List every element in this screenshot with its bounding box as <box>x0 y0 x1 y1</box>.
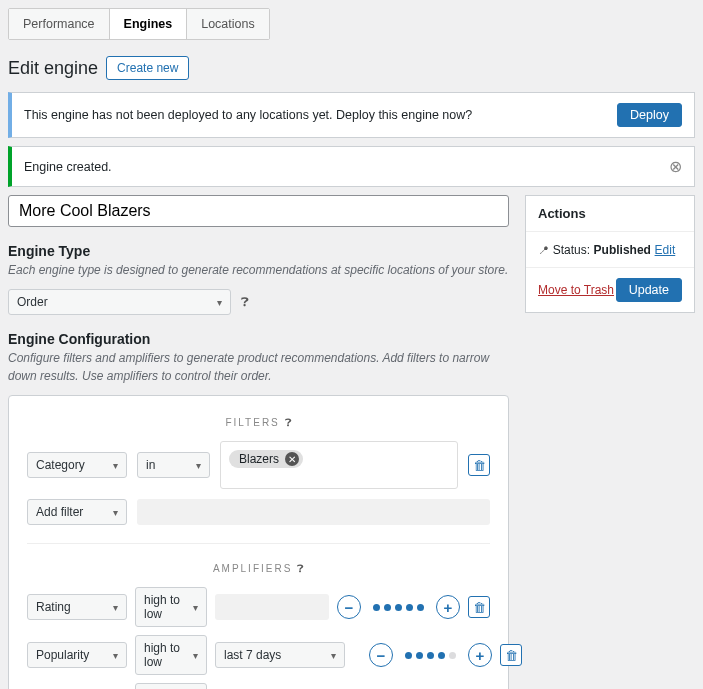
status-value: Published <box>594 243 651 257</box>
filter-value-box[interactable]: Blazers ✕ <box>220 441 458 489</box>
created-notice: Engine created. ⊗ <box>8 146 695 187</box>
weight-dot <box>405 652 412 659</box>
filter-placeholder <box>137 499 490 525</box>
amp-range-select[interactable]: last 7 days▾ <box>215 642 345 668</box>
weight-dot <box>427 652 434 659</box>
actions-box: Actions 📍︎ Status: Published Edit Move t… <box>525 195 695 313</box>
created-notice-text: Engine created. <box>24 160 112 174</box>
tab-performance[interactable]: Performance <box>9 9 110 39</box>
weight-dot <box>406 604 413 611</box>
status-label: Status: <box>553 243 590 257</box>
trash-icon: 🗑︎ <box>473 600 486 615</box>
engine-name-input[interactable] <box>8 195 509 227</box>
delete-amplifier-button[interactable]: 🗑︎ <box>468 596 490 618</box>
page-title: Edit engine <box>8 58 98 79</box>
decrease-weight-button[interactable]: − <box>337 595 361 619</box>
filter-token: Blazers ✕ <box>229 450 303 468</box>
amp-dir-select[interactable]: high to low▾ <box>135 587 207 627</box>
engine-type-select[interactable]: Order ▾ <box>8 289 231 315</box>
filter-attr-select[interactable]: Category▾ <box>27 452 127 478</box>
dismiss-icon[interactable]: ⊗ <box>669 157 682 176</box>
engine-type-heading: Engine Type <box>8 243 509 259</box>
increase-weight-button[interactable]: + <box>436 595 460 619</box>
amplifiers-header: AMPLIFIERS ❓︎ <box>27 562 490 575</box>
trash-icon: 🗑︎ <box>505 648 518 663</box>
weight-dot <box>416 652 423 659</box>
amplifier-row: Rating▾ high to low▾ − + 🗑︎ <box>27 587 490 627</box>
add-filter-select[interactable]: Add filter▾ <box>27 499 127 525</box>
chevron-down-icon: ▾ <box>193 650 198 661</box>
filter-op-select[interactable]: in▾ <box>137 452 210 478</box>
trash-icon: 🗑︎ <box>473 458 486 473</box>
amp-placeholder <box>353 642 361 668</box>
amplifier-row: Popularity▾ high to low▾ last 7 days▾ − … <box>27 635 490 675</box>
decrease-weight-button[interactable]: − <box>369 643 393 667</box>
config-panel: FILTERS ❓︎ Category▾ in▾ Blazers ✕ 🗑︎ <box>8 395 509 689</box>
tab-engines[interactable]: Engines <box>110 9 188 39</box>
help-icon[interactable]: ❓︎ <box>285 416 292 428</box>
engine-type-desc: Each engine type is designed to generate… <box>8 261 509 279</box>
filter-token-label: Blazers <box>239 452 279 466</box>
help-icon[interactable]: ❓︎ <box>241 294 249 310</box>
increase-weight-button[interactable]: + <box>468 643 492 667</box>
chevron-down-icon: ▾ <box>113 507 118 518</box>
weight-dot <box>417 604 424 611</box>
filters-header: FILTERS ❓︎ <box>27 416 490 429</box>
chevron-down-icon: ▾ <box>196 460 201 471</box>
engine-type-value: Order <box>17 295 48 309</box>
weight-dot <box>449 652 456 659</box>
amp-dir-select[interactable]: high to low▾ <box>135 635 207 675</box>
chevron-down-icon: ▾ <box>113 602 118 613</box>
amplifier-row: Freshness▾ new to old▾ − + 🗑︎ <box>27 683 490 689</box>
deploy-button[interactable]: Deploy <box>617 103 682 127</box>
tab-locations[interactable]: Locations <box>187 9 269 39</box>
delete-amplifier-button[interactable]: 🗑︎ <box>500 644 522 666</box>
deploy-notice-text: This engine has not been deployed to any… <box>24 108 472 122</box>
weight-dot <box>373 604 380 611</box>
chevron-down-icon: ▾ <box>113 460 118 471</box>
tab-bar: Performance Engines Locations <box>8 8 270 40</box>
weight-dot <box>384 604 391 611</box>
engine-config-heading: Engine Configuration <box>8 331 509 347</box>
chevron-down-icon: ▾ <box>193 602 198 613</box>
create-new-button[interactable]: Create new <box>106 56 189 80</box>
engine-config-desc: Configure filters and amplifiers to gene… <box>8 349 509 385</box>
move-to-trash-link[interactable]: Move to Trash <box>538 283 614 297</box>
update-button[interactable]: Update <box>616 278 682 302</box>
deploy-notice: This engine has not been deployed to any… <box>8 92 695 138</box>
amp-placeholder <box>215 594 329 620</box>
weight-indicator <box>369 604 428 611</box>
chevron-down-icon: ▾ <box>331 650 336 661</box>
delete-filter-button[interactable]: 🗑︎ <box>468 454 490 476</box>
weight-dot <box>438 652 445 659</box>
pin-icon: 📍︎ <box>538 244 549 256</box>
chevron-down-icon: ▾ <box>217 297 222 308</box>
edit-status-link[interactable]: Edit <box>655 243 676 257</box>
weight-indicator <box>401 652 460 659</box>
amp-attr-select[interactable]: Rating▾ <box>27 594 127 620</box>
weight-dot <box>395 604 402 611</box>
actions-heading: Actions <box>526 196 694 232</box>
amp-attr-select[interactable]: Popularity▾ <box>27 642 127 668</box>
help-icon[interactable]: ❓︎ <box>297 562 304 574</box>
chevron-down-icon: ▾ <box>113 650 118 661</box>
remove-token-icon[interactable]: ✕ <box>285 452 299 466</box>
amp-dir-select[interactable]: new to old▾ <box>135 683 207 689</box>
